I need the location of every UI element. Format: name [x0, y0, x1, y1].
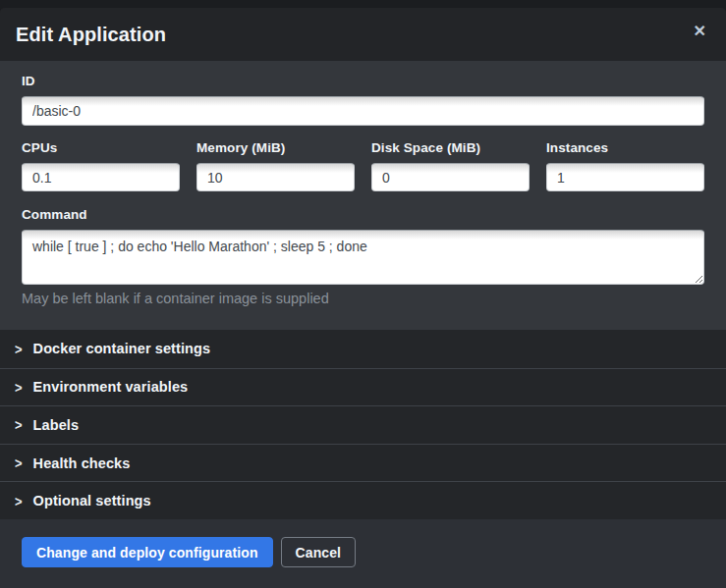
- modal-body: ID CPUs Memory (MiB) Disk Space (MiB) In…: [0, 61, 726, 330]
- command-textarea[interactable]: while [ true ] ; do echo 'Hello Marathon…: [22, 230, 704, 285]
- disk-label: Disk Space (MiB): [371, 139, 530, 157]
- disk-field-group: Disk Space (MiB): [371, 139, 530, 191]
- cpus-label: CPUs: [22, 139, 180, 157]
- section-label: Environment variables: [33, 379, 189, 395]
- chevron-right-icon: >: [15, 455, 23, 470]
- section-label: Health checks: [33, 455, 131, 471]
- id-input[interactable]: [22, 96, 704, 126]
- close-icon[interactable]: ✕: [688, 20, 712, 43]
- accordion-sections: > Docker container settings > Environmen…: [0, 330, 726, 519]
- edit-application-modal: Edit Application ✕ ID CPUs Memory (MiB) …: [0, 8, 726, 588]
- cpus-field-group: CPUs: [22, 139, 180, 191]
- section-health-checks[interactable]: > Health checks: [0, 444, 726, 482]
- chevron-right-icon: >: [15, 494, 23, 508]
- memory-label: Memory (MiB): [196, 139, 355, 157]
- chevron-right-icon: >: [15, 342, 23, 356]
- section-docker-container-settings[interactable]: > Docker container settings: [0, 330, 726, 368]
- section-environment-variables[interactable]: > Environment variables: [0, 368, 726, 406]
- resources-row: CPUs Memory (MiB) Disk Space (MiB) Insta…: [22, 139, 704, 191]
- section-label: Labels: [33, 417, 80, 433]
- page: { "modal": { "title": "Edit Application"…: [0, 0, 726, 588]
- chevron-right-icon: >: [15, 380, 23, 395]
- disk-input[interactable]: [371, 163, 530, 191]
- modal-footer: Change and deploy configuration Cancel: [0, 519, 726, 588]
- section-label: Optional settings: [33, 493, 151, 508]
- command-label: Command: [22, 206, 704, 224]
- cancel-button[interactable]: Cancel: [281, 537, 357, 567]
- section-optional-settings[interactable]: > Optional settings: [0, 481, 726, 519]
- instances-label: Instances: [546, 139, 704, 157]
- id-label: ID: [22, 73, 704, 90]
- id-field-group: ID: [22, 73, 704, 126]
- instances-field-group: Instances: [546, 139, 704, 191]
- memory-input[interactable]: [196, 163, 355, 191]
- section-labels[interactable]: > Labels: [0, 405, 726, 444]
- memory-field-group: Memory (MiB): [196, 139, 355, 191]
- command-field-group: Command while [ true ] ; do echo 'Hello …: [22, 206, 704, 307]
- change-and-deploy-button[interactable]: Change and deploy configuration: [22, 537, 273, 567]
- chevron-right-icon: >: [15, 418, 23, 433]
- command-help-text: May be left blank if a container image i…: [22, 290, 704, 307]
- modal-header: Edit Application ✕: [0, 8, 726, 61]
- modal-title: Edit Application: [16, 24, 166, 46]
- section-label: Docker container settings: [33, 341, 211, 356]
- instances-input[interactable]: [546, 163, 704, 191]
- cpus-input[interactable]: [22, 163, 180, 191]
